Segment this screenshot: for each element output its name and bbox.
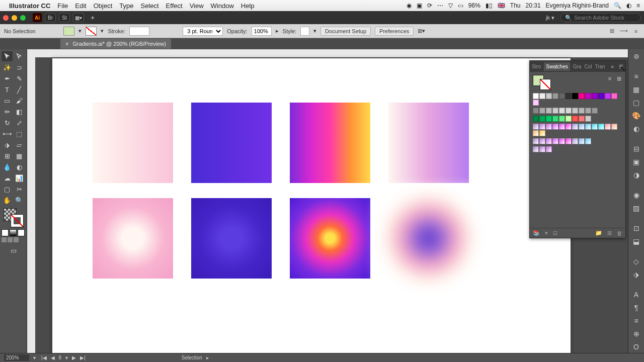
menu-window[interactable]: Window xyxy=(211,2,234,10)
draw-inside[interactable] xyxy=(14,237,19,242)
swatch-item[interactable] xyxy=(546,108,552,114)
stroke-box[interactable] xyxy=(11,214,24,227)
swatch-item[interactable] xyxy=(539,130,545,136)
nav-last-icon[interactable]: ▶| xyxy=(78,355,87,360)
arrange-button[interactable]: ▦▾ xyxy=(73,13,84,22)
tab-gradient[interactable]: Gra xyxy=(573,64,582,69)
swatch-item[interactable] xyxy=(566,93,572,99)
window-controls[interactable] xyxy=(3,15,26,21)
fill-dropdown[interactable]: ▾ xyxy=(78,28,82,34)
artboard-number[interactable]: 8 xyxy=(57,355,63,360)
cc-libraries-icon[interactable]: ⊚ xyxy=(631,52,641,60)
swatch-libraries-icon[interactable]: 📚 xyxy=(533,230,540,236)
lasso-tool[interactable]: ⊃ xyxy=(14,62,25,72)
stroke-swatch[interactable] xyxy=(86,27,97,36)
color-mode-gradient[interactable] xyxy=(10,229,17,236)
tab-transparency[interactable]: Tran xyxy=(595,64,605,69)
swatch-item[interactable] xyxy=(566,108,572,114)
gradient-sample-1[interactable] xyxy=(93,103,173,183)
list-view-icon[interactable]: ≡ xyxy=(606,75,613,82)
new-group-icon[interactable]: 📁 xyxy=(595,230,602,236)
swatch-item[interactable] xyxy=(559,138,565,144)
style-swatch[interactable] xyxy=(300,27,309,36)
properties-icon[interactable]: ≡ xyxy=(631,72,641,80)
graphic-styles-icon[interactable]: ▨ xyxy=(631,204,641,212)
swatch-item[interactable] xyxy=(533,124,539,130)
panel-menu-icon[interactable]: ≡ xyxy=(632,27,640,35)
swatch-item[interactable] xyxy=(592,93,598,99)
appearance-icon[interactable]: ◉ xyxy=(631,191,641,199)
rectangle-tool[interactable]: ▭ xyxy=(2,96,13,106)
gradient-sample-6[interactable] xyxy=(191,198,272,279)
zoom-level[interactable]: 200% xyxy=(4,354,29,361)
glyphs-icon[interactable]: ⊕ xyxy=(631,330,641,338)
maximize-window-icon[interactable] xyxy=(20,15,26,21)
current-stroke-swatch[interactable] xyxy=(540,79,551,90)
swatch-item[interactable] xyxy=(579,116,585,122)
swatch-item[interactable] xyxy=(585,116,591,122)
nav-prev-icon[interactable]: ◀ xyxy=(49,355,56,360)
fill-swatch[interactable] xyxy=(63,27,74,36)
swatch-item[interactable] xyxy=(572,93,578,99)
new-swatch-icon[interactable]: ⊞ xyxy=(607,230,612,236)
swatch-item[interactable] xyxy=(552,138,558,144)
panel-collapse-icon[interactable]: » xyxy=(611,64,614,69)
tab-swatches[interactable]: Swatches xyxy=(544,62,570,71)
brush-select[interactable]: 3 pt. Round xyxy=(183,27,223,36)
gradient-sample-2[interactable] xyxy=(191,103,272,183)
tab-stroke[interactable]: Stro xyxy=(532,64,541,69)
swatch-item[interactable] xyxy=(598,93,604,99)
menu-object[interactable]: Object xyxy=(94,2,113,10)
eyedropper-tool[interactable]: 💧 xyxy=(2,162,13,172)
gradient-panel-icon[interactable]: ▣ xyxy=(631,158,641,166)
swatch-item[interactable] xyxy=(552,93,558,99)
free-transform-tool[interactable]: ⬚ xyxy=(14,129,25,139)
swatch-item[interactable] xyxy=(546,93,552,99)
swatch-item[interactable] xyxy=(533,130,539,136)
panel-menu-icon[interactable]: ☰ xyxy=(619,64,623,69)
menu-help[interactable]: Help xyxy=(241,2,255,10)
swatches-panel[interactable]: Stro Swatches Gra Col Tran » ☰ ≡ ⊞ 📚 ▾ ⊡… xyxy=(529,60,626,238)
menu-type[interactable]: Type xyxy=(119,2,133,10)
swatch-item[interactable] xyxy=(546,138,552,144)
character-icon[interactable]: A xyxy=(631,291,641,299)
scale-tool[interactable]: ⤢ xyxy=(14,118,25,128)
swatch-item[interactable] xyxy=(566,138,572,144)
gpu-button[interactable]: ✈ xyxy=(87,13,98,22)
swatch-item[interactable] xyxy=(539,116,545,122)
swatch-item[interactable] xyxy=(579,138,585,144)
swatch-item[interactable] xyxy=(552,116,558,122)
zoom-tool[interactable]: 🔍 xyxy=(14,195,25,205)
stroke-panel-icon[interactable]: ⊟ xyxy=(631,145,641,153)
swatch-item[interactable] xyxy=(539,146,545,152)
opacity-input[interactable] xyxy=(252,27,272,36)
type-tool[interactable]: T xyxy=(2,84,13,95)
grid-view-icon[interactable]: ⊞ xyxy=(608,27,616,35)
delete-swatch-icon[interactable]: 🗑 xyxy=(617,230,622,236)
swatch-item[interactable] xyxy=(579,124,585,130)
swatch-item[interactable] xyxy=(572,108,578,114)
color-guide-icon[interactable]: ◐ xyxy=(631,125,641,133)
magic-wand-tool[interactable]: ✨ xyxy=(2,62,13,72)
symbol-tool[interactable]: ☁ xyxy=(2,173,13,183)
opentype-icon[interactable]: ≡ xyxy=(631,317,641,325)
swatch-item[interactable] xyxy=(605,93,611,99)
swatch-item[interactable] xyxy=(585,124,591,130)
gradient-sample-3[interactable] xyxy=(290,103,370,183)
perspective-tool[interactable]: ▱ xyxy=(14,140,25,150)
swatch-item[interactable] xyxy=(546,146,552,152)
swatch-item[interactable] xyxy=(559,108,565,114)
color-mode-none[interactable] xyxy=(18,229,25,236)
mesh-tool[interactable]: ⊞ xyxy=(2,151,13,161)
swatch-item[interactable] xyxy=(605,124,611,130)
screen-mode-button[interactable]: ▭ xyxy=(8,245,19,255)
swatch-item[interactable] xyxy=(572,116,578,122)
width-tool[interactable]: ⟷ xyxy=(2,129,13,139)
swatch-item[interactable] xyxy=(533,93,539,99)
minimize-window-icon[interactable] xyxy=(12,15,17,21)
gradient-sample-5[interactable] xyxy=(93,198,173,279)
isolate-icon[interactable]: ⟶ xyxy=(620,27,628,35)
search-stock-input[interactable]: 🔍 Search Adobe Stock xyxy=(560,13,641,22)
nav-next-icon[interactable]: ▶ xyxy=(70,355,77,360)
swatch-item[interactable] xyxy=(598,124,604,130)
